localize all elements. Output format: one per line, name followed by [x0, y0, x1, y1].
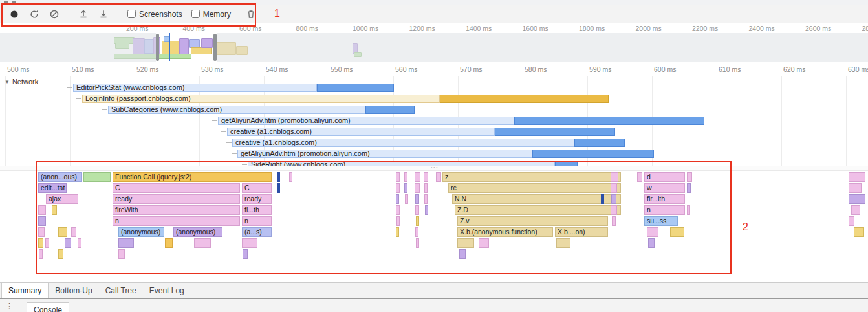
network-request-row[interactable]: LoginInfo (passport.cnblogs.com) — [0, 94, 868, 104]
drawer-menu-icon[interactable]: ⋮ — [5, 301, 14, 311]
console-tab[interactable]: Console — [27, 302, 69, 312]
flame-block[interactable] — [416, 216, 419, 226]
screenshots-checkbox[interactable] — [127, 10, 136, 18]
flame-block[interactable]: C — [113, 183, 240, 193]
flame-block[interactable] — [38, 205, 46, 215]
flame-block[interactable] — [424, 183, 428, 193]
flame-block[interactable]: X.b.(anonymous function) — [457, 227, 553, 237]
memory-checkbox[interactable] — [191, 10, 200, 18]
flame-block[interactable] — [611, 194, 616, 204]
flame-block[interactable] — [687, 172, 692, 182]
flame-block[interactable] — [611, 172, 618, 182]
flame-block[interactable] — [416, 238, 419, 248]
flame-block[interactable]: fireWith — [113, 205, 240, 215]
flame-block[interactable] — [687, 205, 690, 215]
network-request-row[interactable]: creative (a1.cnblogs.com) — [0, 127, 868, 137]
flame-block[interactable] — [424, 194, 428, 204]
flame-block[interactable]: (a...s) — [242, 227, 272, 237]
flame-block[interactable] — [52, 205, 57, 215]
flame-block[interactable] — [556, 238, 570, 248]
flame-block[interactable] — [459, 249, 466, 259]
network-request-row[interactable]: creative (a1.cnblogs.com) — [0, 138, 868, 148]
flame-block[interactable] — [58, 227, 67, 237]
network-request-row[interactable]: getAliyunAdv.htm (promotion.aliyun.com) — [0, 116, 868, 126]
tab-summary[interactable]: Summary — [1, 283, 49, 298]
clear-button[interactable] — [49, 8, 60, 20]
flame-block[interactable]: ready — [113, 194, 240, 204]
record-button[interactable] — [8, 8, 20, 20]
flame-block[interactable]: fi...th — [242, 205, 272, 215]
flame-block[interactable]: n — [644, 205, 685, 215]
screenshots-checkbox-row[interactable]: Screenshots — [127, 10, 182, 19]
flame-block[interactable] — [425, 205, 428, 215]
flame-block[interactable]: (anonymous) — [118, 227, 164, 237]
load-profile-button[interactable] — [78, 8, 89, 20]
flame-block[interactable] — [38, 238, 43, 248]
flame-block[interactable] — [396, 205, 400, 215]
flame-block[interactable] — [415, 183, 420, 193]
flame-block[interactable] — [396, 183, 400, 193]
network-request-bar-active[interactable] — [440, 95, 609, 103]
flame-block[interactable]: Z.D — [455, 205, 621, 215]
flame-block[interactable] — [436, 172, 441, 182]
flame-block[interactable] — [38, 227, 45, 237]
tab-bottom-up[interactable]: Bottom-Up — [49, 283, 98, 298]
network-request-bar-active[interactable] — [317, 84, 394, 92]
flame-block[interactable]: n — [242, 216, 272, 226]
flame-block[interactable] — [404, 183, 407, 193]
reload-and-profile-button[interactable] — [28, 8, 40, 20]
flame-block[interactable] — [118, 238, 134, 248]
flame-block[interactable] — [637, 172, 642, 182]
flame-block[interactable] — [243, 249, 248, 259]
flame-block[interactable] — [78, 238, 81, 248]
network-request-bar-active[interactable] — [555, 161, 578, 166]
flame-block[interactable] — [415, 172, 420, 182]
flame-block[interactable]: Function Call (jquery.js:2) — [113, 172, 272, 182]
network-request-row[interactable]: SubCategories (www.cnblogs.com) — [0, 105, 868, 115]
network-request-bar-active[interactable] — [365, 106, 415, 114]
flame-block[interactable] — [65, 238, 71, 248]
flame-block[interactable] — [165, 238, 173, 248]
flame-block[interactable] — [118, 249, 125, 259]
flame-block[interactable] — [396, 216, 400, 226]
flame-block[interactable] — [289, 172, 292, 182]
flame-block[interactable] — [424, 172, 428, 182]
garbage-collect-button[interactable] — [245, 8, 257, 20]
flame-block[interactable] — [479, 238, 489, 248]
flame-block[interactable] — [415, 205, 419, 215]
flame-block[interactable] — [601, 194, 604, 204]
flame-block[interactable] — [687, 183, 691, 193]
flame-block[interactable] — [71, 227, 76, 237]
flame-block[interactable] — [277, 183, 280, 193]
flame-block[interactable]: su...ss — [644, 216, 678, 226]
network-request-row[interactable]: EditorPickStat (www.cnblogs.com) — [0, 83, 868, 93]
flame-block[interactable] — [83, 172, 111, 182]
timeline-overview[interactable]: 200 ms400 ms600 ms800 ms1000 ms1200 ms14… — [0, 24, 868, 63]
flame-block[interactable] — [38, 216, 46, 226]
flame-block[interactable] — [415, 194, 419, 204]
flame-block[interactable] — [396, 194, 399, 204]
flame-block[interactable] — [854, 227, 864, 237]
flame-block[interactable] — [849, 183, 862, 193]
flame-block[interactable] — [277, 172, 280, 182]
flame-block[interactable]: (anon...ous) — [38, 172, 82, 182]
flame-block[interactable]: Z.v — [457, 216, 608, 226]
flame-block[interactable] — [851, 205, 860, 215]
network-section-header[interactable]: ▼ Network — [5, 78, 38, 85]
network-request-bar-active[interactable] — [514, 117, 704, 125]
flame-block[interactable]: rc — [448, 183, 621, 193]
save-profile-button[interactable] — [98, 8, 109, 20]
memory-checkbox-row[interactable]: Memory — [191, 10, 231, 19]
flame-block[interactable] — [415, 227, 418, 237]
flame-block[interactable] — [58, 249, 63, 259]
flame-block[interactable] — [242, 238, 257, 248]
flame-block[interactable]: ajax — [46, 194, 78, 204]
tab-event-log[interactable]: Event Log — [143, 283, 191, 298]
flame-block[interactable] — [457, 238, 474, 248]
flame-block[interactable] — [405, 194, 408, 204]
flame-block[interactable] — [194, 238, 211, 248]
network-request-bar-active[interactable] — [532, 150, 654, 158]
flame-block[interactable]: n — [113, 216, 240, 226]
flame-block[interactable] — [404, 172, 407, 182]
flame-block[interactable] — [611, 205, 617, 215]
